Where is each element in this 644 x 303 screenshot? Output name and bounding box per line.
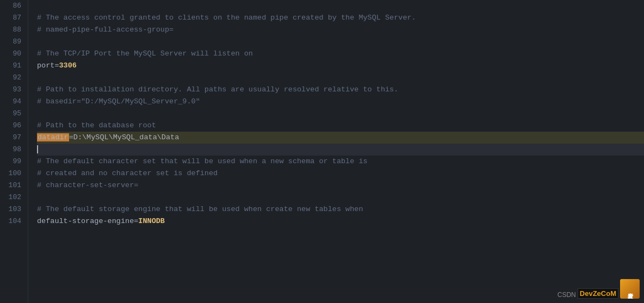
line-num-92: 92 (7, 72, 21, 84)
line-num-88: 88 (7, 24, 21, 36)
line-num-87: 87 (7, 12, 21, 24)
code-line-87: # The access control granted to clients … (37, 12, 644, 24)
watermark: CSDN DevZe CoM 开发者 (558, 279, 640, 299)
code-line-92 (37, 72, 644, 84)
line-num-90: 90 (7, 48, 21, 60)
code-line-97: datadir=D:\MySQL\MySQL_data\Data (37, 132, 644, 144)
code-line-100: # created and no character set is define… (37, 168, 644, 180)
line-num-93: 93 (7, 84, 21, 96)
line-num-97: 97 (7, 132, 21, 144)
code-line-103: # The default storage engine that will b… (37, 203, 644, 215)
line-num-100: 100 (7, 168, 21, 180)
code-line-101: # character-set-server= (37, 180, 644, 191)
code-line-89 (37, 36, 644, 48)
line-num-98: 98 (7, 144, 21, 156)
code-line-91: port=3306 (37, 60, 644, 72)
code-line-98 (37, 144, 644, 156)
code-line-86 (37, 0, 644, 12)
line-num-86: 86 (7, 0, 21, 12)
line-num-95: 95 (7, 108, 21, 120)
watermark-devze-block: DevZe CoM (578, 288, 618, 299)
line-num-99: 99 (7, 156, 21, 168)
code-content[interactable]: # The access control granted to clients … (28, 0, 644, 303)
line-numbers: 86 87 88 89 90 91 92 93 94 95 96 97 98 9… (0, 0, 28, 303)
watermark-com: CoM (601, 289, 616, 298)
code-line-99: # The default character set that will be… (37, 156, 644, 168)
kaifazhe-badge: 开发者 (620, 279, 640, 299)
code-line-94: # basedir="D:/MySQL/MySQL_Server_9.0" (37, 96, 644, 108)
code-line-96: # Path to the database root (37, 120, 644, 132)
line-num-102: 102 (7, 191, 21, 203)
line-num-89: 89 (7, 36, 21, 48)
line-num-96: 96 (7, 120, 21, 132)
code-line-93: # Path to installation directory. All pa… (37, 84, 644, 96)
line-num-104: 104 (7, 215, 21, 227)
code-line-104: default-storage-engine=INNODB (37, 215, 644, 227)
code-line-90: # The TCP/IP Port the MySQL Server will … (37, 48, 644, 60)
code-editor: 86 87 88 89 90 91 92 93 94 95 96 97 98 9… (0, 0, 644, 303)
code-line-88: # named-pipe-full-access-group= (37, 24, 644, 36)
line-num-103: 103 (7, 203, 21, 215)
line-num-94: 94 (7, 96, 21, 108)
line-num-101: 101 (7, 180, 21, 191)
line-num-91: 91 (7, 60, 21, 72)
watermark-csdn: CSDN (558, 291, 576, 299)
watermark-devze: DevZe (580, 289, 601, 298)
code-line-95 (37, 108, 644, 120)
code-line-102 (37, 191, 644, 203)
